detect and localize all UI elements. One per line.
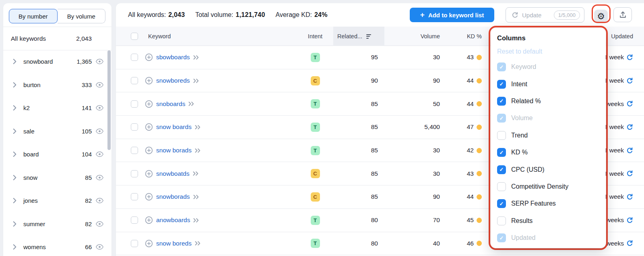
checkbox-icon[interactable]: ✓ xyxy=(497,80,506,89)
checkbox-icon[interactable]: ✓ xyxy=(497,131,506,140)
eye-icon[interactable] xyxy=(95,221,104,227)
refresh-icon[interactable] xyxy=(626,77,633,84)
export-icon[interactable] xyxy=(613,7,632,22)
add-keyword-icon[interactable] xyxy=(145,216,153,224)
add-keyword-icon[interactable] xyxy=(145,239,153,248)
chevron-right-icon[interactable] xyxy=(13,244,17,250)
add-keyword-icon[interactable] xyxy=(145,146,153,154)
checkbox-icon[interactable]: ✓ xyxy=(497,97,506,106)
toggle-by-number[interactable]: By number xyxy=(9,9,58,23)
eye-icon[interactable] xyxy=(95,105,104,111)
chevron-right-icon[interactable] xyxy=(13,175,17,180)
sidebar-group-item[interactable]: k2 141 xyxy=(3,96,111,120)
keyword-link[interactable]: snow boreds xyxy=(156,240,192,247)
refresh-icon[interactable] xyxy=(626,124,633,131)
refresh-icon[interactable] xyxy=(626,100,633,107)
eye-icon[interactable] xyxy=(95,82,104,88)
header-intent[interactable]: Intent xyxy=(297,33,333,40)
double-chevron-icon[interactable] xyxy=(188,102,194,106)
checkbox-icon[interactable]: ✓ xyxy=(497,148,506,157)
eye-icon[interactable] xyxy=(95,128,104,134)
row-checkbox[interactable] xyxy=(131,54,138,61)
row-checkbox[interactable] xyxy=(131,240,138,247)
header-keyword[interactable]: Keyword xyxy=(142,33,297,40)
keyword-link[interactable]: snow boards xyxy=(156,123,192,131)
column-menu-item[interactable]: ✓ Related % xyxy=(497,93,599,110)
checkbox-icon[interactable]: ✓ xyxy=(497,62,506,71)
add-keyword-icon[interactable] xyxy=(145,170,153,178)
chevron-right-icon[interactable] xyxy=(13,198,17,204)
gear-icon[interactable]: ⚙ xyxy=(594,10,608,23)
add-keyword-icon[interactable] xyxy=(145,100,153,108)
column-menu-item[interactable]: ✓ Keyword xyxy=(497,58,599,75)
keyword-link[interactable]: snoboards xyxy=(156,100,185,108)
column-menu-item[interactable]: ✓ KD % xyxy=(497,144,599,161)
double-chevron-icon[interactable] xyxy=(193,218,199,223)
sidebar-group-item[interactable]: board 104 xyxy=(3,143,111,166)
checkbox-icon[interactable]: ✓ xyxy=(497,216,506,225)
double-chevron-icon[interactable] xyxy=(195,241,201,246)
toggle-by-volume[interactable]: By volume xyxy=(58,9,106,23)
add-to-keyword-list-button[interactable]: + Add to keyword list xyxy=(410,8,494,22)
column-menu-item[interactable]: ✓ Volume xyxy=(497,110,599,127)
add-keyword-icon[interactable] xyxy=(145,53,153,61)
eye-icon[interactable] xyxy=(95,244,104,250)
double-chevron-icon[interactable] xyxy=(193,55,199,60)
double-chevron-icon[interactable] xyxy=(195,125,201,129)
eye-icon[interactable] xyxy=(95,175,104,181)
row-checkbox[interactable] xyxy=(131,170,138,177)
sidebar-group-item[interactable]: burton 333 xyxy=(3,73,111,97)
keyword-link[interactable]: sbowboards xyxy=(156,54,190,61)
column-menu-item[interactable]: ✓ Updated xyxy=(497,229,599,246)
sidebar-group-item[interactable]: jones 82 xyxy=(3,189,111,212)
column-menu-item[interactable]: ✓ SERP Features xyxy=(497,195,599,212)
checkbox-icon[interactable]: ✓ xyxy=(497,233,506,242)
sidebar-group-item[interactable]: summer 82 xyxy=(3,212,111,236)
chevron-right-icon[interactable] xyxy=(13,128,17,134)
sort-descending-icon[interactable] xyxy=(366,34,371,39)
header-related[interactable]: Related... xyxy=(333,27,384,46)
checkbox-icon[interactable]: ✓ xyxy=(497,165,506,174)
column-menu-item[interactable]: ✓ Competitive Density xyxy=(497,178,599,195)
chevron-right-icon[interactable] xyxy=(13,221,17,227)
refresh-icon[interactable] xyxy=(626,240,633,247)
update-button[interactable]: Update 1/5,000 xyxy=(506,7,584,23)
sidebar-group-item[interactable]: womens 66 xyxy=(3,235,111,256)
refresh-icon[interactable] xyxy=(626,170,633,177)
sidebar-scrollbar[interactable] xyxy=(107,50,111,150)
row-checkbox[interactable] xyxy=(131,77,138,84)
keyword-link[interactable]: snowboatds xyxy=(156,170,190,177)
chevron-right-icon[interactable] xyxy=(13,82,17,87)
add-keyword-icon[interactable] xyxy=(145,77,153,85)
reset-to-default-link[interactable]: Reset to default xyxy=(497,48,599,55)
refresh-icon[interactable] xyxy=(626,147,633,154)
double-chevron-icon[interactable] xyxy=(193,171,199,176)
chevron-right-icon[interactable] xyxy=(13,59,17,65)
row-checkbox[interactable] xyxy=(131,216,138,224)
double-chevron-icon[interactable] xyxy=(193,195,199,199)
keyword-link[interactable]: snowborads xyxy=(156,193,190,200)
add-keyword-icon[interactable] xyxy=(145,123,153,131)
header-volume[interactable]: Volume xyxy=(384,33,442,40)
row-checkbox[interactable] xyxy=(131,123,138,131)
select-all-checkbox[interactable] xyxy=(131,33,138,40)
checkbox-icon[interactable]: ✓ xyxy=(497,114,506,123)
keyword-link[interactable]: snow borads xyxy=(156,147,192,154)
keyword-link[interactable]: anowboards xyxy=(156,216,190,224)
sidebar-group-item[interactable]: sale 105 xyxy=(3,120,111,143)
header-kd[interactable]: KD % xyxy=(442,33,484,40)
double-chevron-icon[interactable] xyxy=(195,148,201,153)
double-chevron-icon[interactable] xyxy=(193,79,199,83)
eye-icon[interactable] xyxy=(95,151,104,157)
checkbox-icon[interactable]: ✓ xyxy=(497,182,506,191)
row-checkbox[interactable] xyxy=(131,100,138,108)
column-menu-item[interactable]: ✓ Results xyxy=(497,212,599,229)
checkbox-icon[interactable]: ✓ xyxy=(497,199,506,208)
refresh-icon[interactable] xyxy=(626,217,633,224)
chevron-right-icon[interactable] xyxy=(13,152,17,157)
column-menu-item[interactable]: ✓ CPC (USD) xyxy=(497,161,599,178)
eye-icon[interactable] xyxy=(95,58,104,65)
column-menu-item[interactable]: ✓ Intent xyxy=(497,75,599,92)
row-checkbox[interactable] xyxy=(131,193,138,200)
chevron-right-icon[interactable] xyxy=(13,105,17,111)
